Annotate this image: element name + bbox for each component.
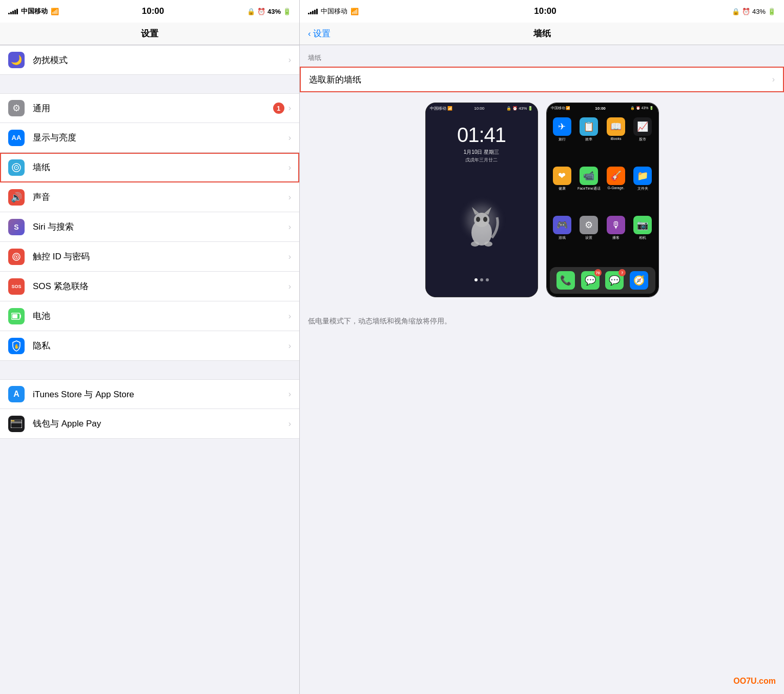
wallet-icon	[8, 416, 25, 432]
lock-icon: 🔒	[247, 8, 255, 15]
home-status-bar: 中国移动 📶 10:00 🔒 ⏰ 43% 🔋	[547, 103, 658, 113]
lock-battery: 🔒 ⏰ 43% 🔋	[506, 106, 533, 111]
settings-item-wallpaper[interactable]: 墙纸 ›	[0, 153, 299, 182]
right-status-bar: 中国移动 📶 10:00 🔒 ⏰ 43% 🔋	[300, 0, 784, 23]
lock-status-bar: 中国移动 📶 10:00 🔒 ⏰ 43% 🔋	[426, 103, 538, 113]
dock-messages[interactable]: 💬 70	[581, 271, 600, 290]
cat-svg	[459, 202, 505, 253]
section-stores: A iTunes Store 与 App Store › 钱包与 Apple P…	[0, 379, 299, 439]
right-panel: 中国移动 📶 10:00 🔒 ⏰ 43% 🔋 ‹ 设置 墙纸 墙纸 选取新的墙纸…	[300, 0, 784, 694]
settings-item-touch[interactable]: 触控 ID 与密码 ›	[0, 242, 299, 272]
lock-time: 01:41	[457, 124, 506, 147]
chevron-icon: ›	[288, 312, 291, 321]
svg-text:✋: ✋	[14, 343, 20, 350]
svg-rect-11	[11, 421, 22, 423]
back-label: 设置	[313, 28, 331, 39]
settings-item-sound[interactable]: 🔊 声音 ›	[0, 182, 299, 212]
svg-rect-8	[12, 314, 17, 318]
battery-icon: 🔋	[283, 8, 291, 15]
svg-point-20	[471, 241, 479, 247]
svg-point-19	[483, 217, 487, 222]
messages-badge: 70	[594, 269, 602, 276]
app-icon-camera[interactable]: 📷 相机	[631, 216, 654, 261]
sos-label: SOS 紧急联络	[33, 280, 288, 292]
alarm-icon: ⏰	[257, 8, 265, 15]
settings-item-dnd[interactable]: 🌙 勿扰模式 ›	[0, 45, 299, 75]
app-icon-files[interactable]: 📁 文件夹	[631, 167, 654, 212]
app-icon-health[interactable]: ❤ 健康	[551, 167, 573, 212]
settings-item-wallet[interactable]: 钱包与 Apple Pay ›	[0, 409, 299, 439]
svg-point-18	[476, 217, 480, 222]
dock-safari[interactable]: 🧭	[630, 271, 648, 290]
sound-icon: 🔊	[8, 189, 25, 206]
facetime-app-icon: 📹	[580, 167, 598, 185]
camera-app-icon: 📷	[633, 216, 652, 234]
svg-point-2	[16, 167, 17, 168]
app-icon-stocks[interactable]: 📈 股市	[631, 117, 654, 162]
svg-point-5	[16, 256, 17, 257]
right-status-right: 🔒 ⏰ 43% 🔋	[732, 8, 776, 15]
itunes-icon: A	[8, 386, 25, 402]
app-icon-ibooks[interactable]: 📖 iBooks	[605, 117, 627, 162]
section-general: ⚙ 通用 1 › AA 显示与亮度 › 墙纸 ›	[0, 93, 299, 361]
settings-item-display[interactable]: AA 显示与亮度 ›	[0, 123, 299, 153]
app-icon-efficiency[interactable]: 📋 效率	[577, 117, 601, 162]
settings-item-siri[interactable]: S Siri 与搜索 ›	[0, 212, 299, 242]
right-content: 墙纸 选取新的墙纸 › 中国移动 📶 10:00 🔒 ⏰ 43% 🔋 01:41…	[300, 45, 784, 694]
settings-item-itunes[interactable]: A iTunes Store 与 App Store ›	[0, 379, 299, 409]
chevron-icon: ›	[288, 133, 291, 142]
itunes-label: iTunes Store 与 App Store	[33, 389, 288, 400]
left-status-bar: 中国移动 📶 10:00 🔒 ⏰ 43% 🔋	[0, 0, 299, 23]
privacy-label: 隐私	[33, 340, 288, 352]
home-screen-preview[interactable]: 中国移动 📶 10:00 🔒 ⏰ 43% 🔋 ✈ 旅行 📋 效率	[546, 103, 659, 297]
chevron-icon: ›	[288, 419, 291, 428]
wallpaper-previews: 中国移动 📶 10:00 🔒 ⏰ 43% 🔋 01:41 1月10日 星期三 戊…	[300, 92, 784, 308]
chevron-icon: ›	[288, 222, 291, 232]
app-icon-game[interactable]: 🎮 游戏	[551, 216, 573, 261]
wifi-icon: 📶	[51, 8, 59, 15]
settings-item-privacy[interactable]: ✋ 隐私 ›	[0, 331, 299, 361]
settings-item-general[interactable]: ⚙ 通用 1 ›	[0, 93, 299, 123]
efficiency-app-icon: 📋	[580, 117, 598, 136]
section-dnd: 🌙 勿扰模式 ›	[0, 45, 299, 75]
left-nav-title: 设置	[141, 28, 158, 39]
general-label: 通用	[33, 103, 273, 114]
select-wallpaper-item[interactable]: 选取新的墙纸 ›	[300, 67, 784, 92]
display-icon: AA	[8, 130, 25, 146]
chevron-icon: ›	[288, 104, 291, 113]
wallpaper-icon	[8, 159, 25, 176]
app-icon-settings[interactable]: ⚙ 设置	[577, 216, 601, 261]
wechat-badge: 7	[618, 269, 626, 276]
watermark: OO7U.com	[733, 677, 776, 686]
app-icon-garage[interactable]: 🎸 G-Garage.	[605, 167, 627, 212]
right-lock-icon: 🔒	[732, 8, 740, 15]
sound-label: 声音	[33, 191, 288, 203]
section-sep-1	[0, 75, 299, 93]
home-dock: 📞 💬 70 💬 7 🧭	[550, 267, 655, 294]
dock-wechat[interactable]: 💬 7	[605, 271, 624, 290]
travel-app-icon: ✈	[553, 117, 571, 136]
home-battery: 🔒 ⏰ 43% 🔋	[630, 106, 654, 110]
general-icon: ⚙	[8, 100, 25, 116]
settings-item-sos[interactable]: SOS SOS 紧急联络 ›	[0, 272, 299, 301]
right-signal-icon	[308, 8, 318, 14]
right-status-time: 10:00	[534, 6, 556, 16]
app-icon-facetime[interactable]: 📹 FaceTime通话	[577, 167, 601, 212]
chevron-icon: ›	[288, 390, 291, 399]
health-app-icon: ❤	[553, 167, 571, 185]
wallet-label: 钱包与 Apple Pay	[33, 418, 288, 430]
wallpaper-label: 墙纸	[33, 161, 288, 173]
right-wifi-icon: 📶	[350, 8, 359, 15]
lock-lunar: 戊戌年三月廿二	[465, 157, 498, 164]
back-button[interactable]: ‹ 设置	[308, 28, 331, 39]
app-icon-podcasts[interactable]: 🎙 播客	[605, 216, 627, 261]
settings-item-battery[interactable]: 电池 ›	[0, 301, 299, 331]
touch-icon	[8, 249, 25, 265]
dnd-icon: 🌙	[8, 52, 25, 68]
siri-icon: S	[8, 219, 25, 235]
app-grid: ✈ 旅行 📋 效率 📖 iBooks 📈	[547, 113, 658, 265]
chevron-icon: ›	[288, 282, 291, 291]
app-icon-travel[interactable]: ✈ 旅行	[551, 117, 573, 162]
dock-phone[interactable]: 📞	[556, 271, 575, 290]
lock-screen-preview[interactable]: 中国移动 📶 10:00 🔒 ⏰ 43% 🔋 01:41 1月10日 星期三 戊…	[425, 103, 538, 297]
